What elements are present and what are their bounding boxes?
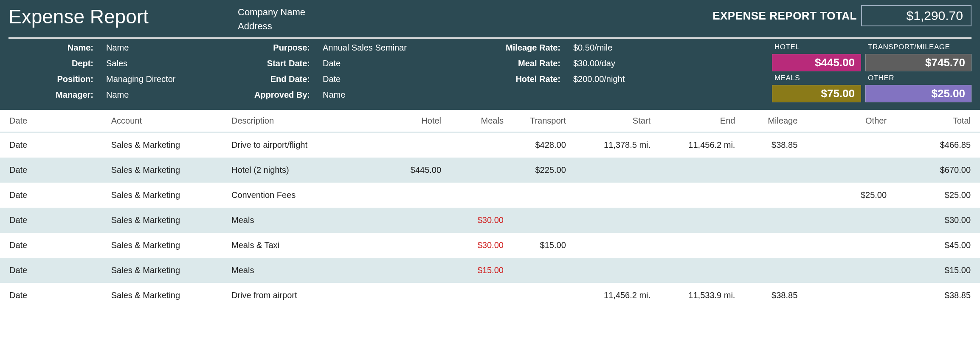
table-row[interactable]: DateSales & MarketingDrive from airport1…	[0, 283, 980, 308]
cell-end[interactable]	[655, 158, 739, 183]
cell-transport[interactable]	[508, 208, 570, 233]
cell-mileage[interactable]	[739, 158, 802, 183]
cell-other[interactable]	[802, 258, 891, 283]
cell-total[interactable]: $45.00	[891, 233, 980, 258]
cell-transport[interactable]: $428.00	[508, 132, 570, 158]
cell-account[interactable]: Sales & Marketing	[107, 258, 227, 283]
cell-transport[interactable]	[508, 183, 570, 208]
cell-start[interactable]	[570, 233, 655, 258]
cell-meals[interactable]	[445, 183, 508, 208]
th-description[interactable]: Description	[227, 110, 383, 132]
th-end[interactable]: End	[655, 110, 739, 132]
cell-date[interactable]: Date	[0, 283, 107, 308]
cell-start[interactable]	[570, 258, 655, 283]
cell-other[interactable]	[802, 233, 891, 258]
label-end-date: End Date:	[225, 74, 310, 84]
th-mileage[interactable]: Mileage	[739, 110, 802, 132]
cell-description[interactable]: Meals	[227, 208, 383, 233]
cell-other[interactable]	[802, 158, 891, 183]
cell-end[interactable]	[655, 233, 739, 258]
cell-hotel[interactable]	[383, 183, 445, 208]
cell-end[interactable]	[655, 208, 739, 233]
th-account[interactable]: Account	[107, 110, 227, 132]
cell-account[interactable]: Sales & Marketing	[107, 183, 227, 208]
cell-hotel[interactable]	[383, 208, 445, 233]
cell-mileage[interactable]	[739, 183, 802, 208]
cell-total[interactable]: $15.00	[891, 258, 980, 283]
table-row[interactable]: DateSales & MarketingHotel (2 nights)$44…	[0, 158, 980, 183]
th-meals[interactable]: Meals	[445, 110, 508, 132]
th-start[interactable]: Start	[570, 110, 655, 132]
cell-meals[interactable]: $30.00	[445, 233, 508, 258]
cell-meals[interactable]	[445, 283, 508, 308]
table-row[interactable]: DateSales & MarketingConvention Fees$25.…	[0, 183, 980, 208]
cell-account[interactable]: Sales & Marketing	[107, 208, 227, 233]
cell-end[interactable]	[655, 258, 739, 283]
cell-account[interactable]: Sales & Marketing	[107, 283, 227, 308]
cell-start[interactable]	[570, 183, 655, 208]
cell-transport[interactable]	[508, 283, 570, 308]
cell-transport[interactable]: $225.00	[508, 158, 570, 183]
th-other[interactable]: Other	[802, 110, 891, 132]
cell-other[interactable]	[802, 208, 891, 233]
cell-other[interactable]	[802, 132, 891, 158]
th-transport[interactable]: Transport	[508, 110, 570, 132]
cell-date[interactable]: Date	[0, 208, 107, 233]
cell-start[interactable]	[570, 158, 655, 183]
cell-date[interactable]: Date	[0, 258, 107, 283]
cell-mileage[interactable]	[739, 233, 802, 258]
cell-start[interactable]: 11,456.2 mi.	[570, 283, 655, 308]
cell-meals[interactable]: $15.00	[445, 258, 508, 283]
th-total[interactable]: Total	[891, 110, 980, 132]
cell-meals[interactable]	[445, 158, 508, 183]
cell-date[interactable]: Date	[0, 233, 107, 258]
cell-description[interactable]: Hotel (2 nights)	[227, 158, 383, 183]
cell-total[interactable]: $25.00	[891, 183, 980, 208]
cell-hotel[interactable]	[383, 233, 445, 258]
cell-description[interactable]: Meals	[227, 258, 383, 283]
table-row[interactable]: DateSales & MarketingMeals$30.00$30.00	[0, 208, 980, 233]
cell-hotel[interactable]	[383, 283, 445, 308]
cell-start[interactable]	[570, 208, 655, 233]
cell-hotel[interactable]	[383, 258, 445, 283]
cell-mileage[interactable]	[739, 258, 802, 283]
cell-account[interactable]: Sales & Marketing	[107, 132, 227, 158]
table-row[interactable]: DateSales & MarketingMeals & Taxi$30.00$…	[0, 233, 980, 258]
cell-description[interactable]: Drive from airport	[227, 283, 383, 308]
cell-account[interactable]: Sales & Marketing	[107, 158, 227, 183]
cell-description[interactable]: Drive to airport/flight	[227, 132, 383, 158]
cell-mileage[interactable]: $38.85	[739, 132, 802, 158]
label-start-date: Start Date:	[225, 59, 310, 68]
cell-other[interactable]: $25.00	[802, 183, 891, 208]
cell-total[interactable]: $30.00	[891, 208, 980, 233]
cell-mileage[interactable]: $38.85	[739, 283, 802, 308]
cell-end[interactable]	[655, 183, 739, 208]
cell-date[interactable]: Date	[0, 158, 107, 183]
cell-end[interactable]: 11,456.2 mi.	[655, 132, 739, 158]
cell-transport[interactable]	[508, 258, 570, 283]
cell-date[interactable]: Date	[0, 132, 107, 158]
cell-total[interactable]: $670.00	[891, 158, 980, 183]
table-row[interactable]: DateSales & MarketingMeals$15.00$15.00	[0, 258, 980, 283]
cell-meals[interactable]: $30.00	[445, 208, 508, 233]
cell-description[interactable]: Convention Fees	[227, 183, 383, 208]
cell-description[interactable]: Meals & Taxi	[227, 233, 383, 258]
cat-hotel-value: $445.00	[772, 54, 861, 71]
cell-hotel[interactable]	[383, 132, 445, 158]
cell-date[interactable]: Date	[0, 183, 107, 208]
th-hotel[interactable]: Hotel	[383, 110, 445, 132]
cell-account[interactable]: Sales & Marketing	[107, 233, 227, 258]
cell-total[interactable]: $38.85	[891, 283, 980, 308]
cell-total[interactable]: $466.85	[891, 132, 980, 158]
cell-end[interactable]: 11,533.9 mi.	[655, 283, 739, 308]
info-col-1: Name: Name Dept: Sales Position: Managin…	[8, 43, 225, 102]
cell-start[interactable]: 11,378.5 mi.	[570, 132, 655, 158]
th-date[interactable]: Date	[0, 110, 107, 132]
cell-hotel[interactable]: $445.00	[383, 158, 445, 183]
value-meal-rate: $30.00/day	[573, 59, 658, 68]
table-row[interactable]: DateSales & MarketingDrive to airport/fl…	[0, 132, 980, 158]
cell-meals[interactable]	[445, 132, 508, 158]
cell-other[interactable]	[802, 283, 891, 308]
cell-mileage[interactable]	[739, 208, 802, 233]
cell-transport[interactable]: $15.00	[508, 233, 570, 258]
